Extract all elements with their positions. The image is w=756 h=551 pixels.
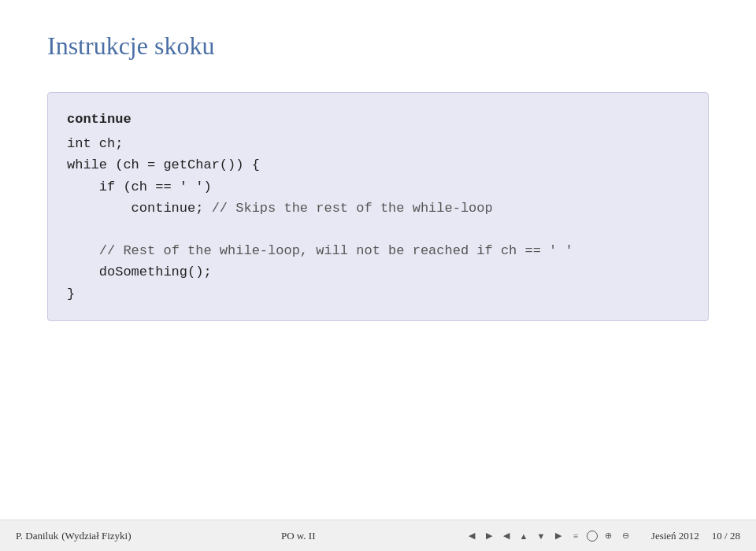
code-title-line: continue <box>67 109 689 130</box>
footer-left: P. Daniluk (Wydział Fizyki) <box>16 530 132 542</box>
footer-course: PO w. II <box>281 530 316 542</box>
nav-icon-circle[interactable] <box>587 531 598 542</box>
slide-content: Instrukcje skoku continue int ch; while … <box>0 0 756 520</box>
code-line-5 <box>67 219 689 240</box>
code-line-8: } <box>67 283 689 305</box>
code-line-6: // Rest of the while-loop, will not be r… <box>67 240 689 261</box>
nav-icon-left-arrow[interactable]: ◀ <box>465 530 478 542</box>
nav-icon-left-arrow2[interactable]: ◀ <box>500 530 513 542</box>
footer-page: 10 / 28 <box>712 530 740 542</box>
nav-icon-right-arrow2[interactable]: ▶ <box>552 530 565 542</box>
footer-right: ◀ ▶ ◀ ▲ ▼ ▶ ≡ ⊕ ⊖ Jesień 2012 10 / 28 <box>465 530 740 542</box>
comment-1: // Skips the rest of the while-loop <box>212 201 493 216</box>
nav-icon-search[interactable]: ⊕ <box>602 530 615 542</box>
code-line-4: continue; // Skips the rest of the while… <box>67 198 689 219</box>
nav-icon-down-arrow[interactable]: ▼ <box>535 530 547 542</box>
nav-icon-search2[interactable]: ⊖ <box>620 530 632 542</box>
slide-container: Instrukcje skoku continue int ch; while … <box>0 0 756 551</box>
code-line-1: int ch; <box>67 133 689 154</box>
code-line-7: doSomething(); <box>67 261 689 283</box>
footer-department: (Wydział Fizyki) <box>61 530 131 542</box>
keyword-continue: continue <box>67 112 132 127</box>
code-line-2: while (ch = getChar()) { <box>67 154 689 176</box>
footer-nav-icons: ◀ ▶ ◀ ▲ ▼ ▶ ≡ ⊕ ⊖ <box>465 530 632 542</box>
nav-icon-up-arrow[interactable]: ▲ <box>517 530 530 542</box>
slide-title: Instrukcje skoku <box>47 31 709 61</box>
comment-2: // Rest of the while-loop, will not be r… <box>99 243 573 258</box>
footer-date: Jesień 2012 <box>651 530 699 542</box>
code-box: continue int ch; while (ch = getChar()) … <box>47 92 709 321</box>
nav-icon-right-arrow[interactable]: ▶ <box>483 530 495 542</box>
footer-center: PO w. II <box>281 530 316 542</box>
nav-icon-equiv: ≡ <box>569 530 582 542</box>
code-line-3: if (ch == ' ') <box>67 176 689 198</box>
footer-bar: P. Daniluk (Wydział Fizyki) PO w. II ◀ ▶… <box>0 520 756 551</box>
footer-author: P. Daniluk <box>16 530 58 542</box>
